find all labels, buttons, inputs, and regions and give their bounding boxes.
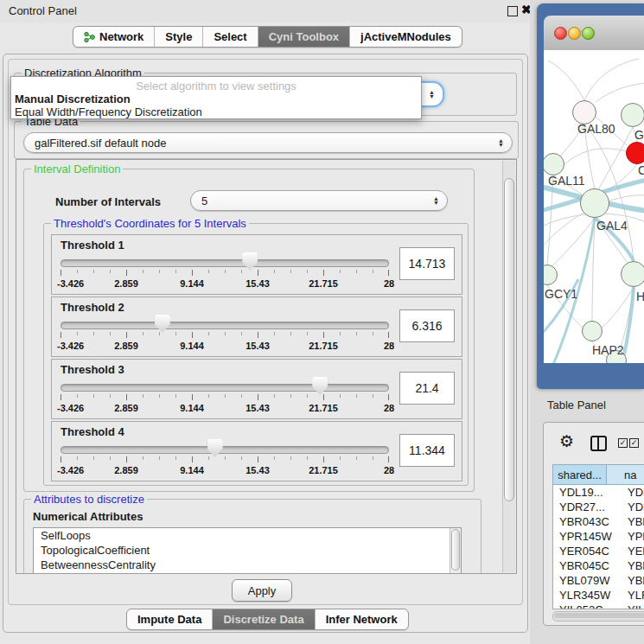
threshold-4-panel: Threshold 4 -3.426 2.859 9.144 15.43 21.… (51, 421, 462, 481)
table-body: YDL19...YDL1 YDR27...YDR2 YBR043CYBR0 YP… (552, 485, 644, 609)
slider-thumb[interactable] (155, 315, 170, 333)
slider-tick-marks (61, 270, 389, 276)
tab-infer-network[interactable]: Infer Network (315, 609, 408, 629)
columns-icon[interactable] (590, 436, 607, 451)
settings-scroll-pane: Interval Definition Number of Intervals … (16, 159, 517, 574)
table-row[interactable]: YLR345WYLR3 (553, 588, 644, 603)
table-data-combo-value: galFiltered.sif default node (35, 137, 166, 150)
slider-thumb[interactable] (207, 439, 223, 457)
threshold-3-value[interactable]: 21.4 (399, 372, 455, 405)
node-label-gcy1: GCY1 (545, 287, 577, 301)
apply-button[interactable]: Apply (232, 579, 292, 602)
cyni-mode-tabs: Impute Data Discretize Data Infer Networ… (126, 609, 409, 630)
node-label-hap2: HAP2 (592, 343, 624, 357)
node-label-gal4: GAL4 (596, 219, 628, 233)
tab-jactivemnodules[interactable]: jActiveMNodules (349, 27, 462, 47)
gear-icon[interactable]: ⚙ (559, 431, 574, 451)
node-label-partial-c: C (638, 163, 644, 177)
table-panel: ⚙ ✓ ✓ shared... na YDL19...YDL1 YDR27...… (543, 422, 644, 626)
node-label-gal11: GAL11 (548, 174, 585, 188)
slider-track[interactable] (61, 384, 389, 392)
threshold-4-value[interactable]: 11.344 (399, 434, 455, 467)
column-header-name[interactable]: na (607, 464, 644, 485)
algorithm-dropdown-popup: Select algorithm to view settings Manual… (10, 76, 422, 119)
node-h[interactable] (621, 261, 644, 287)
stepper-icon: ▲▼ (433, 196, 439, 205)
threshold-1-value[interactable]: 14.713 (399, 247, 455, 280)
threshold-2-slider[interactable]: -3.426 2.859 9.144 15.43 21.715 28 (61, 316, 389, 354)
control-panel-tabs: Network Style Select Cyni Toolbox jActiv… (73, 26, 462, 48)
slider-tick-marks (61, 332, 389, 338)
network-canvas[interactable]: GAL80 GA C GAL11 GAL4 GCY1 H HAP2 (544, 50, 644, 363)
table-row[interactable]: YBR045CYBR0 (553, 558, 644, 573)
threshold-2-value[interactable]: 6.316 (399, 309, 455, 342)
table-row[interactable]: YDL19...YDL1 (553, 485, 644, 500)
tab-network[interactable]: Network (73, 27, 154, 47)
tab-discretize-data[interactable]: Discretize Data (212, 609, 314, 629)
network-window-titlebar[interactable] (544, 16, 644, 51)
table-row[interactable]: YBL079WYBL0 (553, 573, 644, 588)
node-label-partial-ga: GA (634, 128, 644, 142)
close-traffic-light[interactable] (554, 27, 567, 40)
scrollbar-thumb[interactable] (451, 529, 460, 571)
zoom-traffic-light[interactable] (582, 27, 595, 40)
checkbox-icon[interactable]: ✓ (629, 438, 639, 448)
node-hap2[interactable] (582, 321, 603, 341)
num-intervals-combo[interactable]: 5 ▲▼ (190, 190, 448, 211)
table-data-group: Table Data galFiltered.sif default node … (14, 121, 519, 159)
tab-style[interactable]: Style (154, 27, 202, 47)
network-icon (84, 31, 95, 43)
slider-thumb[interactable] (312, 377, 328, 395)
numerical-attributes-label: Numerical Attributes (33, 510, 143, 523)
node-label-gal80: GAL80 (577, 122, 615, 136)
network-view-window: GAL80 GA C GAL11 GAL4 GCY1 H HAP2 (537, 3, 644, 389)
table-row[interactable]: YBR043CYBR0 (553, 514, 644, 529)
scrollbar-thumb[interactable] (554, 613, 644, 618)
table-row[interactable]: YIL052CYIL0 (553, 603, 644, 609)
table-row[interactable]: YER054CYER0 (553, 544, 644, 558)
node-gal80[interactable] (572, 100, 596, 124)
node-gal4[interactable] (580, 188, 609, 218)
tab-impute-data[interactable]: Impute Data (127, 609, 212, 629)
table-row[interactable]: YDR27...YDR2 (553, 500, 644, 514)
tab-cyni-toolbox[interactable]: Cyni Toolbox (258, 27, 349, 47)
threshold-3-slider[interactable]: -3.426 2.859 9.144 15.43 21.715 28 (61, 379, 389, 417)
slider-track[interactable] (61, 446, 389, 454)
column-header-shared[interactable]: shared... (552, 464, 607, 485)
pane-scrollbar[interactable] (502, 161, 515, 572)
slider-track[interactable] (61, 322, 389, 329)
dropdown-item-equal-width[interactable]: Equal Width/Frequency Discretization (15, 105, 202, 118)
table-panel-title: Table Panel (547, 399, 606, 411)
dropdown-placeholder: Select algorithm to view settings (11, 80, 421, 92)
slider-track[interactable] (61, 259, 389, 267)
table-horizontal-scrollbar[interactable] (552, 611, 644, 622)
list-scrollbar[interactable] (450, 528, 461, 573)
threshold-3-panel: Threshold 3 -3.426 2.859 9.144 15.43 21.… (51, 359, 462, 419)
tab-select[interactable]: Select (202, 27, 257, 47)
table-row[interactable]: YPR145WYPR1 (553, 529, 644, 544)
slider-tick-marks (61, 394, 389, 400)
threshold-4-slider[interactable]: -3.426 2.859 9.144 15.43 21.715 28 (61, 441, 389, 479)
float-window-icon[interactable] (507, 6, 518, 16)
list-item[interactable]: BetweennessCentrality (34, 558, 461, 572)
threshold-1-slider[interactable]: -3.426 2.859 9.144 15.43 21.715 28 (61, 254, 389, 292)
slider-thumb[interactable] (242, 252, 258, 271)
node-partial-top-right[interactable] (621, 103, 644, 127)
slider-tick-marks (61, 456, 389, 462)
list-item[interactable]: TopologicalCoefficient (34, 543, 461, 558)
stepper-icon: ▲▼ (429, 90, 435, 99)
table-data-combo[interactable]: galFiltered.sif default node ▲▼ (23, 132, 513, 153)
list-item[interactable]: SelfLoops (34, 528, 461, 543)
node-red-selected[interactable] (626, 142, 644, 164)
scrollbar-thumb[interactable] (504, 178, 514, 501)
panel-title: Control Panel (9, 4, 77, 17)
checkbox-icon[interactable]: ✓ (618, 438, 628, 448)
dropdown-item-manual[interactable]: Manual Discretization (15, 92, 131, 105)
minimize-traffic-light[interactable] (568, 27, 581, 40)
control-panel-titlebar: Control Panel ✖ (0, 0, 530, 22)
num-intervals-label: Number of Intervals (55, 195, 161, 208)
attributes-group: Attributes to discretize Numerical Attri… (23, 499, 481, 574)
attributes-list[interactable]: SelfLoops TopologicalCoefficient Between… (33, 527, 462, 574)
table-header-row: shared... na (552, 464, 644, 485)
thresholds-group: Threshold's Coordinates for 5 Intervals … (43, 223, 469, 486)
